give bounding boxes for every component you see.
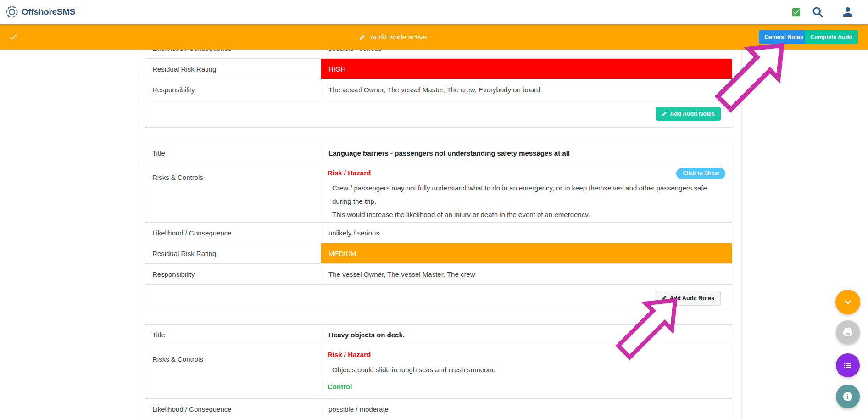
audit-notes-cell: Add Audit Notes — [145, 285, 732, 312]
add-audit-notes-button[interactable]: Add Audit Notes — [656, 107, 721, 121]
risk-text: Crew / passengers may not fully understa… — [332, 181, 720, 208]
app-header: OffshoreSMS — [0, 0, 868, 24]
table-row: Residual Risk Rating MEDIUM — [145, 243, 732, 264]
audit-notes-cell: Add Audit Notes — [145, 100, 732, 128]
row-label: Likelihood / Consequence — [145, 399, 321, 419]
table-row: Title Language barriers - passengers not… — [145, 143, 732, 163]
info-icon — [842, 391, 853, 402]
pencil-icon — [359, 34, 366, 41]
search-icon[interactable] — [811, 6, 824, 18]
pencil-icon — [662, 111, 668, 117]
risk-text-clipped: This would increase the likelihood of an… — [332, 208, 720, 217]
user-icon[interactable] — [841, 5, 855, 19]
audit-mode-text: Audit mode active — [370, 33, 427, 41]
table-row: Title Heavy objects on deck. — [145, 325, 732, 345]
click-to-show-button[interactable]: Click to Show — [676, 168, 725, 179]
row-value: The vessel Owner, The vessel Master, The… — [321, 79, 732, 100]
risk-text-clip: Risk / Hazard Crew / passengers may not … — [328, 169, 725, 217]
audit-mode-banner: Audit mode active General Notes Complete… — [0, 24, 868, 50]
row-label: Residual Risk Rating — [145, 243, 321, 264]
risks-controls-cell: Click to Show Risk / Hazard Crew / passe… — [321, 163, 732, 223]
row-label: Residual Risk Rating — [145, 59, 321, 79]
printer-icon — [842, 327, 853, 338]
brand-logo[interactable]: OffshoreSMS — [6, 6, 75, 18]
pencil-icon — [661, 295, 667, 301]
click-to-show-label: Click to Show — [683, 170, 719, 177]
risk-table-2: Title Language barriers - passengers not… — [145, 143, 732, 312]
risk-title: Heavy objects on deck. — [321, 325, 732, 345]
audit-mode-label: Audit mode active — [359, 33, 427, 41]
info-fab[interactable] — [836, 385, 860, 408]
row-value: The vessel Owner, The vessel Master, The… — [321, 264, 732, 285]
risk-rating-cell: MEDIUM — [321, 243, 732, 264]
row-value: possible / moderate — [321, 399, 732, 419]
list-fab[interactable] — [836, 353, 860, 377]
table-row: Likelihood / Consequence possible / mode… — [145, 399, 732, 419]
row-label: Risks & Controls — [145, 345, 321, 399]
lifering-logo-icon — [6, 6, 18, 18]
add-audit-notes-label: Add Audit Notes — [670, 295, 714, 302]
checkbox-icon[interactable] — [791, 7, 801, 17]
general-notes-button[interactable]: General Notes — [759, 30, 809, 44]
chevron-down-icon — [841, 295, 855, 309]
risk-hazard-heading: Risk / Hazard — [328, 169, 725, 177]
table-row: Risks & Controls Risk / Hazard Objects c… — [145, 345, 732, 399]
table-row: Add Audit Notes — [145, 100, 732, 128]
scroll-down-fab[interactable] — [835, 290, 860, 314]
table-row: Add Audit Notes — [145, 285, 732, 312]
risk-table-3: Title Heavy objects on deck. Risks & Con… — [145, 324, 732, 419]
row-value: unlikely / serious — [321, 223, 732, 243]
risk-title: Language barriers - passengers not under… — [321, 143, 732, 163]
row-label: Responsibility — [145, 264, 321, 285]
list-icon — [842, 360, 853, 371]
table-row: Risks & Controls Click to Show Risk / Ha… — [145, 163, 732, 223]
complete-audit-button[interactable]: Complete Audit — [805, 30, 858, 44]
print-fab[interactable] — [836, 320, 860, 344]
table-row: Residual Risk Rating HIGH — [145, 59, 732, 79]
check-icon — [8, 32, 18, 44]
row-label: Title — [145, 143, 321, 163]
add-audit-notes-label: Add Audit Notes — [670, 111, 715, 117]
table-row: Responsibility The vessel Owner, The ves… — [145, 264, 732, 285]
control-heading: Control — [328, 383, 725, 391]
risk-text: Objects could slide in rough seas and cr… — [332, 363, 720, 376]
table-row: Likelihood / Consequence unlikely / seri… — [145, 223, 732, 243]
risks-controls-cell: Risk / Hazard Objects could slide in rou… — [321, 345, 732, 399]
risk-hazard-heading: Risk / Hazard — [328, 351, 725, 358]
risk-table-1: Likelihood / Consequence possible / seri… — [145, 38, 732, 128]
risk-rating-cell: HIGH — [321, 59, 732, 79]
row-label: Responsibility — [145, 79, 321, 100]
row-label: Likelihood / Consequence — [145, 223, 321, 243]
row-label: Risks & Controls — [145, 163, 321, 223]
brand-name: OffshoreSMS — [22, 7, 75, 17]
row-label: Title — [145, 325, 321, 345]
add-audit-notes-button[interactable]: Add Audit Notes — [655, 291, 721, 306]
table-row: Responsibility The vessel Owner, The ves… — [145, 79, 732, 100]
